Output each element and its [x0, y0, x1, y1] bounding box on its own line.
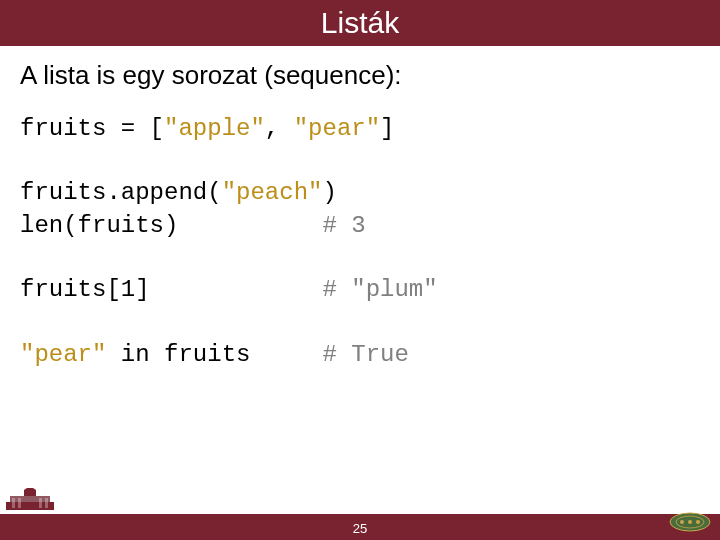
- page-number: 25: [0, 521, 720, 536]
- department-logo-icon: [668, 512, 712, 536]
- svg-rect-6: [39, 498, 42, 508]
- slide: Listák A lista is egy sorozat (sequence)…: [0, 0, 720, 540]
- svg-point-11: [688, 520, 692, 524]
- svg-rect-1: [10, 496, 50, 502]
- code-line-3: len(fruits) # 3: [20, 210, 700, 242]
- svg-marker-3: [24, 488, 36, 490]
- code-line-1: fruits = ["apple", "pear"]: [20, 113, 700, 145]
- university-logo-icon: [6, 488, 54, 514]
- svg-rect-4: [12, 498, 15, 508]
- code-line-2: fruits.append("peach"): [20, 177, 700, 209]
- svg-rect-2: [24, 490, 36, 496]
- content-area: A lista is egy sorozat (sequence): fruit…: [0, 46, 720, 371]
- slide-title: Listák: [321, 6, 399, 40]
- code-line-5: "pear" in fruits # True: [20, 339, 700, 371]
- svg-point-10: [680, 520, 684, 524]
- intro-text: A lista is egy sorozat (sequence):: [20, 60, 700, 91]
- code-line-4: fruits[1] # "plum": [20, 274, 700, 306]
- code-block: fruits = ["apple", "pear"] fruits.append…: [20, 113, 700, 371]
- svg-rect-5: [18, 498, 21, 508]
- blank-line: [20, 242, 700, 274]
- svg-point-12: [696, 520, 700, 524]
- blank-line: [20, 145, 700, 177]
- svg-rect-7: [45, 498, 48, 508]
- title-bar: Listák: [0, 0, 720, 46]
- footer-bar: 25: [0, 514, 720, 540]
- blank-line: [20, 307, 700, 339]
